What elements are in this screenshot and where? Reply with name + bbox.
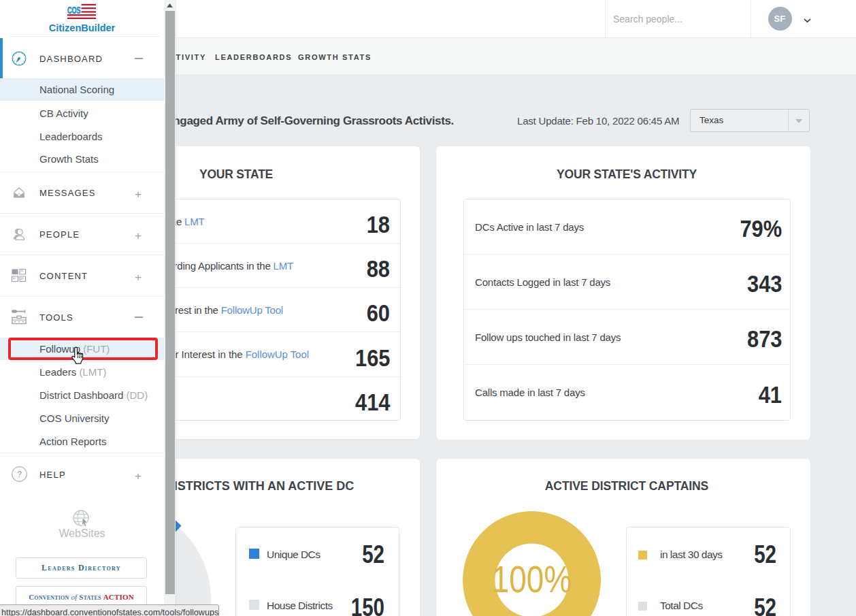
- svg-text:?: ?: [17, 470, 22, 479]
- svg-text:COS: COS: [67, 4, 81, 16]
